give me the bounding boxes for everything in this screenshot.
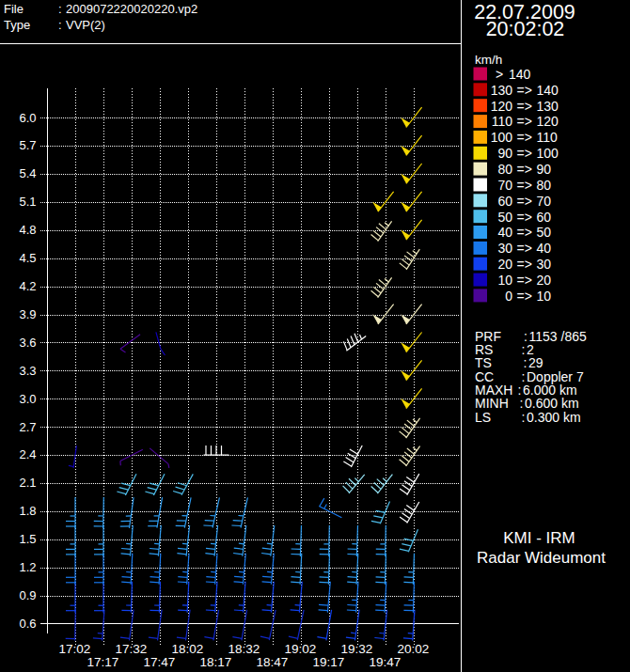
svg-text:20:02:02: 20:02:02 <box>486 18 565 40</box>
svg-text:Radar Wideumont: Radar Wideumont <box>477 549 606 567</box>
svg-text:3.9: 3.9 <box>19 307 36 321</box>
svg-text:17:17: 17:17 <box>87 655 119 669</box>
svg-text:2.4: 2.4 <box>19 447 36 461</box>
svg-text:4.5: 4.5 <box>19 251 36 265</box>
svg-text:60: 60 <box>537 210 552 225</box>
svg-text::: : <box>522 410 526 425</box>
svg-text:40: 40 <box>537 241 552 256</box>
svg-text:File: File <box>4 2 24 16</box>
svg-text:2009072220020220.vp2: 2009072220020220.vp2 <box>66 2 197 16</box>
svg-text:=>: => <box>517 210 532 225</box>
svg-text:=>: => <box>517 130 532 145</box>
svg-text:50: 50 <box>497 210 512 225</box>
svg-text:18:02: 18:02 <box>172 642 204 656</box>
svg-text:60: 60 <box>497 194 512 209</box>
svg-text:=>: => <box>517 114 532 129</box>
svg-text:19:02: 19:02 <box>285 642 317 656</box>
svg-text:1153 /865: 1153 /865 <box>529 329 587 344</box>
svg-text:0.6: 0.6 <box>19 617 36 631</box>
svg-text:19:17: 19:17 <box>313 655 345 669</box>
svg-text:0: 0 <box>505 289 512 304</box>
svg-text:=>: => <box>517 241 532 256</box>
svg-text:80: 80 <box>497 162 512 177</box>
svg-text:=>: => <box>517 273 532 288</box>
svg-text:30: 30 <box>537 257 552 272</box>
svg-text:130: 130 <box>491 83 513 98</box>
svg-text:1.8: 1.8 <box>19 504 36 518</box>
svg-text:=>: => <box>517 162 532 177</box>
svg-text:4.2: 4.2 <box>19 279 36 293</box>
svg-text:3.3: 3.3 <box>19 364 36 378</box>
svg-text:6.0: 6.0 <box>19 111 36 125</box>
svg-text:0.300 km: 0.300 km <box>527 410 581 425</box>
svg-text:3.0: 3.0 <box>19 392 36 406</box>
svg-text:110: 110 <box>537 130 559 145</box>
svg-text:19:32: 19:32 <box>341 642 373 656</box>
svg-text:=>: => <box>517 225 532 240</box>
svg-text:3.6: 3.6 <box>19 336 36 350</box>
svg-text:120: 120 <box>537 114 559 129</box>
svg-text:17:32: 17:32 <box>116 642 148 656</box>
svg-text:90: 90 <box>537 162 552 177</box>
svg-text:17:47: 17:47 <box>144 655 176 669</box>
svg-text:=>: => <box>517 178 532 193</box>
svg-text:18:47: 18:47 <box>257 655 289 669</box>
svg-text:=>: => <box>517 194 532 209</box>
svg-text:VVP(2): VVP(2) <box>66 18 105 32</box>
svg-text:1.2: 1.2 <box>19 560 36 574</box>
svg-text:20:02: 20:02 <box>398 642 430 656</box>
svg-text:70: 70 <box>497 178 512 193</box>
svg-text:>: > <box>496 67 503 82</box>
svg-text:17:02: 17:02 <box>59 642 91 656</box>
svg-text:70: 70 <box>537 194 552 209</box>
svg-text:19:47: 19:47 <box>370 655 402 669</box>
svg-text:18:17: 18:17 <box>200 655 232 669</box>
svg-text:5.7: 5.7 <box>19 138 36 152</box>
svg-text:=>: => <box>517 146 532 161</box>
svg-text:5.4: 5.4 <box>19 166 36 180</box>
svg-text:10: 10 <box>497 273 512 288</box>
svg-text:90: 90 <box>497 146 512 161</box>
svg-text:130: 130 <box>537 99 559 114</box>
svg-text:=>: => <box>517 257 532 272</box>
svg-text:110: 110 <box>492 114 513 129</box>
svg-text:=>: => <box>517 99 532 114</box>
svg-text:10: 10 <box>537 289 552 304</box>
svg-text:4.8: 4.8 <box>19 223 36 237</box>
svg-text:40: 40 <box>497 225 512 240</box>
svg-text:LS: LS <box>475 410 491 425</box>
svg-text:2.1: 2.1 <box>19 476 36 490</box>
svg-text:0.9: 0.9 <box>19 588 36 602</box>
svg-text:18:32: 18:32 <box>228 642 260 656</box>
svg-text:120: 120 <box>491 99 513 114</box>
svg-text:30: 30 <box>497 241 512 256</box>
svg-text:100: 100 <box>491 130 513 145</box>
svg-text::: : <box>58 18 62 32</box>
svg-text:=>: => <box>517 289 532 304</box>
svg-text:100: 100 <box>537 146 559 161</box>
svg-text:km/h: km/h <box>475 53 502 67</box>
svg-text:1.5: 1.5 <box>19 532 36 546</box>
svg-text:140: 140 <box>509 67 531 82</box>
svg-text:=>: => <box>517 83 532 98</box>
svg-text:2.7: 2.7 <box>19 420 36 434</box>
svg-text:140: 140 <box>537 83 559 98</box>
svg-text:80: 80 <box>537 178 552 193</box>
svg-text:KMI - IRM: KMI - IRM <box>503 529 575 547</box>
svg-text:5.1: 5.1 <box>19 195 36 209</box>
svg-text:20: 20 <box>537 273 552 288</box>
svg-text:Type: Type <box>4 18 30 32</box>
svg-text:20: 20 <box>497 257 512 272</box>
svg-text:50: 50 <box>537 225 552 240</box>
svg-text::: : <box>58 2 62 16</box>
